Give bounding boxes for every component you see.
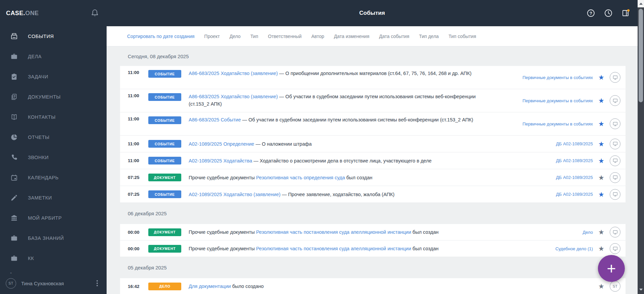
- help-icon[interactable]: ?: [586, 9, 595, 17]
- filter-author[interactable]: Автор: [311, 34, 324, 39]
- monitor-icon[interactable]: [610, 118, 620, 129]
- favorite-star-icon[interactable]: ★: [598, 229, 604, 235]
- sidebar-item-kk[interactable]: КК: [0, 248, 107, 268]
- scrollbar[interactable]: [638, 0, 644, 294]
- sidebar-item-notes[interactable]: ЗАМЕТКИ: [0, 188, 107, 208]
- event-link[interactable]: Резолютивная часть постановления суда ап…: [256, 229, 411, 235]
- sidebar-item-knowledge-base[interactable]: БАЗА ЗНАНИЙ: [0, 228, 107, 248]
- event-link[interactable]: А86-683/2025 Событие: [189, 117, 241, 122]
- filter-case[interactable]: Дело: [229, 34, 240, 39]
- svg-text:?: ?: [590, 11, 592, 16]
- event-link[interactable]: А86-683/2025 Ходатайство (заявление): [189, 71, 278, 76]
- event-link[interactable]: А02-1089/2025 Ходатайство (заявление): [189, 192, 280, 197]
- date-section-header: 05 декабря 2025: [107, 257, 638, 278]
- sidebar-item-cases[interactable]: ДЕЛА: [0, 46, 107, 67]
- kebab-menu-icon[interactable]: [95, 279, 99, 288]
- reports-icon: [10, 133, 18, 141]
- event-link[interactable]: Резолютивная часть постановления суда ап…: [256, 246, 411, 251]
- topbar-actions: ?: [586, 0, 630, 26]
- favorite-star-icon[interactable]: ★: [598, 97, 604, 104]
- favorite-star-icon[interactable]: ★: [598, 120, 604, 127]
- related-link[interactable]: ДБ А02-1089/2025: [556, 175, 593, 180]
- monitor-icon[interactable]: [610, 155, 620, 166]
- briefcase-icon: [10, 254, 18, 262]
- related-link[interactable]: Судебное дело (1): [555, 246, 593, 251]
- row-actions: ДБ А02-1089/2025 ★: [556, 172, 620, 183]
- contacts-icon: [10, 113, 18, 121]
- related-link[interactable]: Дело: [582, 230, 593, 235]
- event-link[interactable]: Резолютивная часть определения суда: [256, 175, 345, 180]
- event-link[interactable]: Для документации: [189, 284, 231, 289]
- event-type-badge: СОБЫТИЕ: [148, 157, 181, 164]
- calls-icon: [10, 153, 18, 161]
- sidebar-item-events[interactable]: СОБЫТИЯ: [0, 26, 107, 46]
- event-time: 11:00: [128, 93, 148, 98]
- sidebar-item-contacts[interactable]: КОНТАКТЫ: [0, 107, 107, 127]
- event-description: был создан: [411, 246, 439, 251]
- sidebar-item-calls[interactable]: ЗВОНКИ: [0, 147, 107, 168]
- sidebar-item-label: СОБЫТИЯ: [28, 34, 54, 39]
- monitor-icon[interactable]: [610, 139, 620, 149]
- recent-icon[interactable]: [604, 9, 613, 17]
- favorite-star-icon[interactable]: ★: [598, 191, 604, 198]
- event-type-badge: ДЕЛО: [148, 283, 181, 290]
- event-row: 07:25 СОБЫТИЕ А02-1089/2025 Ходатайство …: [120, 186, 626, 203]
- event-link[interactable]: А02-1089/2025 Ходатайства: [189, 158, 252, 163]
- related-link[interactable]: ДБ А02-1089/2025: [556, 158, 593, 163]
- event-link[interactable]: А02-1089/2025 Определение: [189, 141, 254, 147]
- favorite-star-icon[interactable]: ★: [598, 174, 604, 181]
- add-button[interactable]: +: [598, 255, 625, 282]
- user-name: Тина Сухановская: [21, 281, 64, 286]
- favorite-star-icon[interactable]: ★: [598, 74, 604, 81]
- favorite-star-icon[interactable]: ★: [598, 283, 604, 290]
- event-row: 00:00 ДОКУМЕНТ Прочие судебные документы…: [120, 224, 626, 241]
- sidebar-item-reports[interactable]: ОТЧЕТЫ: [0, 127, 107, 147]
- monitor-icon[interactable]: [610, 95, 620, 106]
- monitor-icon[interactable]: [610, 172, 620, 183]
- monitor-icon[interactable]: [610, 227, 620, 237]
- filter-responsible[interactable]: Ответственный: [268, 34, 302, 39]
- scroll-down-arrow[interactable]: [638, 287, 644, 292]
- monitor-icon[interactable]: [610, 189, 620, 200]
- avatar: ST: [6, 278, 16, 289]
- favorite-star-icon[interactable]: ★: [598, 157, 604, 164]
- event-row: 11:00 СОБЫТИЕ А02-1089/2025 Ходатайства …: [120, 152, 626, 169]
- filter-date-event[interactable]: Дата события: [379, 34, 409, 39]
- sidebar-item-calendar[interactable]: КАЛЕНДАРЬ: [0, 168, 107, 188]
- user-profile[interactable]: ST Тина Сухановская: [0, 277, 107, 294]
- row-actions: ДБ А02-1089/2025 ★: [556, 189, 620, 200]
- assignee-avatar[interactable]: ST: [610, 281, 620, 292]
- sidebar-item-documents[interactable]: ДОКУМЕНТЫ: [0, 87, 107, 107]
- related-link[interactable]: Первичные документы в событиях: [523, 75, 593, 80]
- filter-date-modified[interactable]: Дата изменения: [334, 34, 369, 39]
- filter-type[interactable]: Тип: [250, 34, 258, 39]
- monitor-icon[interactable]: [610, 72, 620, 83]
- monitor-icon[interactable]: [610, 243, 620, 254]
- scroll-up-arrow[interactable]: [638, 0, 644, 7]
- related-link[interactable]: ДБ А02-1089/2025: [556, 192, 593, 197]
- event-type-badge: ДОКУМЕНТ: [148, 174, 181, 181]
- bell-icon[interactable]: [90, 8, 100, 18]
- event-link[interactable]: А86-683/2025 Ходатайство (заявление): [189, 94, 278, 99]
- related-link[interactable]: ДБ А02-1089/2025: [556, 141, 593, 146]
- event-type-badge: СОБЫТИЕ: [148, 93, 181, 101]
- favorite-star-icon[interactable]: ★: [598, 245, 604, 252]
- sort-link[interactable]: Сортировать по дате создания: [127, 34, 194, 39]
- related-link[interactable]: Первичные документы в событиях: [523, 121, 593, 126]
- sidebar-item-tasks[interactable]: ЗАДАЧИ: [0, 67, 107, 87]
- filter-event-type[interactable]: Тип события: [449, 34, 476, 39]
- event-time: 11:00: [128, 116, 148, 121]
- filter-case-type[interactable]: Тип дела: [419, 34, 439, 39]
- row-actions: Первичные документы в событиях ★: [523, 118, 620, 129]
- filter-project[interactable]: Проект: [204, 34, 220, 39]
- event-pre-text: Прочие судебные документы: [189, 229, 256, 235]
- favorite-star-icon[interactable]: ★: [598, 141, 604, 147]
- sidebar-item-my-arbiter[interactable]: МОЙ АРБИТР: [0, 208, 107, 228]
- app-logo[interactable]: CASE.ONE: [6, 0, 39, 26]
- sidebar-item-label: ДЕЛА: [28, 54, 42, 59]
- scroll-thumb[interactable]: [639, 9, 643, 102]
- layout-panel-icon[interactable]: [621, 9, 630, 17]
- top-bar: CASE.ONE События ?: [0, 0, 638, 26]
- sidebar-item-collapsed[interactable]: -: [0, 268, 107, 277]
- related-link[interactable]: Первичные документы в событиях: [523, 98, 593, 103]
